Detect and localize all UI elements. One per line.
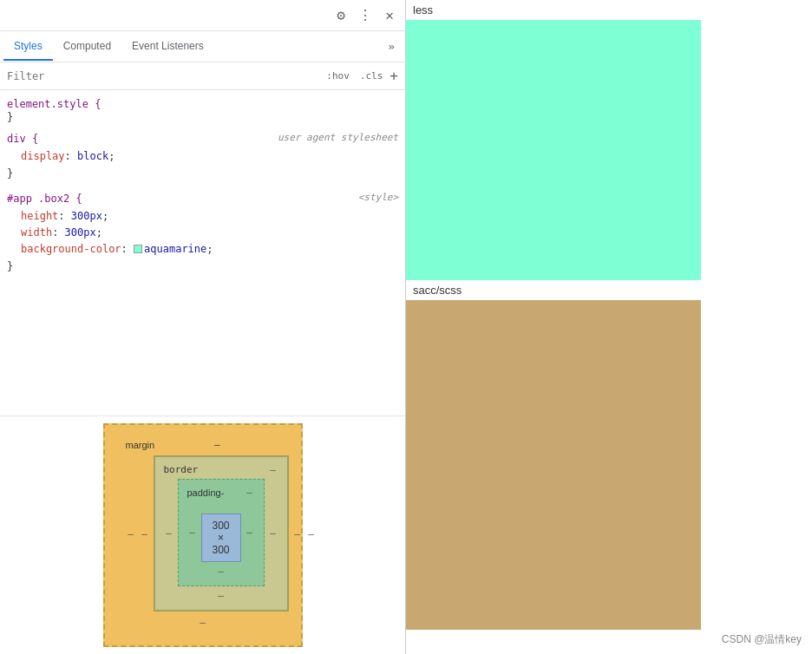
- bgcolor-prop-value: aquamarine: [144, 243, 206, 255]
- tan-box: [406, 300, 701, 630]
- border-label: border: [164, 464, 199, 475]
- height-property: height: 300px;: [7, 208, 398, 225]
- watermark: CSDN @温情key: [722, 632, 802, 647]
- app-box2-source: <style>: [358, 190, 398, 206]
- div-selector: div {: [7, 133, 38, 145]
- width-property: width: 300px;: [7, 225, 398, 241]
- width-prop-value: 300px: [65, 226, 96, 239]
- margin-right-dash: –: [292, 528, 303, 540]
- bottom-label: sacc/scss: [406, 280, 812, 300]
- more-icon[interactable]: ⋮: [357, 7, 374, 24]
- div-source: user agent stylesheet: [278, 130, 398, 146]
- tan-section: sacc/scss: [406, 280, 812, 630]
- bgcolor-property: background-color: aquamarine;: [7, 241, 398, 258]
- box-model-margin: margin – – – border – –: [103, 423, 303, 647]
- top-label: less: [406, 0, 812, 20]
- display-prop-name: display: [21, 150, 65, 162]
- margin-top-dash: –: [214, 439, 220, 450]
- add-style-button[interactable]: +: [390, 68, 398, 84]
- settings-icon[interactable]: ⚙: [332, 7, 350, 24]
- css-rules: element.style { } div { user agent style…: [0, 90, 405, 415]
- padding-top-dash: –: [245, 487, 255, 498]
- tab-computed[interactable]: Computed: [53, 33, 121, 61]
- border-left-dash: –: [164, 527, 174, 539]
- box-model-content: 300 × 300: [201, 513, 241, 562]
- div-rule-block: div { user agent stylesheet display: blo…: [0, 127, 405, 186]
- padding-left-dash: –: [187, 526, 198, 538]
- margin-right-dash2: –: [306, 528, 317, 540]
- app-box2-close: }: [7, 260, 13, 272]
- box-model-border: border – – padding- – –: [154, 455, 289, 611]
- hov-button[interactable]: :hov: [323, 69, 353, 83]
- div-close: }: [7, 167, 13, 180]
- tab-styles[interactable]: Styles: [3, 33, 53, 61]
- filter-input[interactable]: [7, 70, 319, 82]
- filter-bar: :hov .cls +: [0, 62, 405, 90]
- element-style-rule: element.style { }: [0, 94, 405, 127]
- margin-left-dash2: –: [140, 528, 150, 540]
- padding-right-dash: –: [245, 526, 255, 538]
- box-model-section: margin – – – border – –: [0, 415, 405, 654]
- border-top-dash: –: [268, 464, 278, 475]
- border-right-dash: –: [268, 527, 278, 539]
- devtools-toolbar: ⚙ ⋮ ✕: [0, 0, 405, 31]
- bgcolor-prop-name: background-color: [21, 243, 121, 255]
- element-style-close: }: [7, 111, 13, 123]
- element-style-selector: element.style {: [7, 98, 101, 110]
- devtools-panel: ⚙ ⋮ ✕ Styles Computed Event Listeners » …: [0, 0, 406, 654]
- padding-label: padding-: [187, 487, 225, 498]
- aquamarine-box: [406, 20, 701, 280]
- color-swatch[interactable]: [134, 245, 142, 253]
- app-box2-selector: #app .box2 {: [7, 193, 82, 205]
- display-property: display: block;: [7, 148, 398, 165]
- app-box2-rule-block: #app .box2 { <style> height: 300px; widt…: [0, 186, 405, 279]
- margin-label: margin: [126, 440, 155, 450]
- close-icon[interactable]: ✕: [381, 7, 398, 24]
- margin-bottom-dash: –: [126, 617, 280, 628]
- preview-panel: less sacc/scss CSDN @温情key: [406, 0, 812, 654]
- height-prop-value: 300px: [71, 210, 102, 222]
- height-prop-name: height: [21, 210, 58, 222]
- tab-event-listeners[interactable]: Event Listeners: [121, 33, 214, 61]
- margin-middle-row: – – border – – padding- –: [126, 455, 280, 611]
- display-prop-value: block: [77, 150, 108, 162]
- width-prop-name: width: [21, 226, 52, 239]
- padding-bottom-dash: –: [187, 566, 255, 577]
- devtools-tabs: Styles Computed Event Listeners »: [0, 31, 405, 62]
- margin-left-dash: –: [126, 528, 136, 540]
- border-middle-row: – padding- – – 300 × 300 –: [164, 479, 278, 586]
- tabs-more[interactable]: »: [381, 36, 402, 56]
- border-bottom-dash: –: [164, 590, 278, 601]
- cls-button[interactable]: .cls: [357, 69, 387, 83]
- box-model-padding: padding- – – 300 × 300 – –: [178, 479, 265, 586]
- padding-middle-row: – 300 × 300 –: [187, 501, 255, 562]
